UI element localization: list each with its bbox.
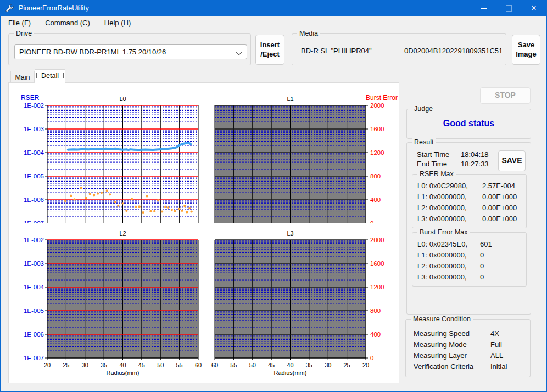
- judge-groupbox: Judge Good status: [406, 109, 531, 139]
- svg-text:1E-006: 1E-006: [24, 331, 44, 338]
- burst-dot: [89, 193, 91, 195]
- chart-L1: L1: [215, 96, 368, 223]
- menu-help-key: H: [124, 19, 129, 27]
- svg-text:L3: L3: [287, 230, 293, 237]
- svg-text:0: 0: [370, 220, 373, 223]
- svg-text:55: 55: [176, 362, 183, 368]
- menu-bar: File (F) Command (C) Help (H): [1, 16, 546, 30]
- drive-select[interactable]: PIONEER BD-RW BDR-PR1ML 1.75 20/10/26: [14, 44, 247, 59]
- rser-max-l3-value: 0.00E+000: [482, 215, 517, 223]
- burst-max-row-l3: L3: 0x0000000,0: [417, 273, 467, 281]
- menu-help-pre: Help (: [104, 19, 124, 27]
- burst-dot: [157, 199, 159, 201]
- svg-text:400: 400: [370, 331, 381, 338]
- burst-dot: [171, 209, 173, 211]
- svg-text:800: 800: [370, 307, 381, 314]
- burst-dot: [167, 206, 169, 209]
- app-window: PioneerErrorRateUtility × File (F) Comma…: [0, 0, 547, 392]
- burst-dot: [121, 202, 124, 204]
- svg-text:50: 50: [157, 362, 164, 368]
- measuring-speed-label: Measuring Speed: [414, 329, 470, 338]
- burst-dot: [183, 205, 186, 207]
- burst-max-l0-label: L0: 0x02345E0,: [417, 240, 467, 248]
- drive-groupbox: Drive PIONEER BD-RW BDR-PR1ML 1.75 20/10…: [8, 33, 251, 65]
- menu-command-key: C: [82, 19, 87, 27]
- svg-text:RSER: RSER: [21, 94, 40, 102]
- burst-max-row-l0: L0: 0x02345E0,601: [417, 240, 467, 248]
- tab-detail[interactable]: Detail: [35, 69, 65, 83]
- stop-button[interactable]: STOP: [480, 87, 531, 104]
- menu-file-pre: File (: [8, 19, 24, 27]
- svg-text:20: 20: [44, 362, 51, 368]
- burst-max-l1-value: 0: [480, 251, 484, 259]
- wrench-icon: [4, 3, 14, 13]
- verification-criteria-label: Verification Criteria: [414, 362, 473, 371]
- burst-max-row-l2: L2: 0x0000000,0: [417, 262, 467, 270]
- svg-text:25: 25: [344, 362, 350, 368]
- start-time-value: 18:04:18: [461, 150, 489, 159]
- menu-help[interactable]: Help (H): [98, 17, 137, 29]
- insert-eject-button[interactable]: Insert /Eject: [255, 35, 284, 65]
- burst-dot: [146, 195, 148, 197]
- end-time-label: End Time: [417, 160, 447, 168]
- minimize-button[interactable]: [471, 1, 496, 16]
- measuring-mode-label: Measuring Mode: [414, 340, 467, 349]
- svg-text:1E-006: 1E-006: [24, 197, 44, 203]
- burst-error-max-label: Burst Error Max: [417, 228, 470, 236]
- menu-command-pre: Command (: [45, 19, 82, 27]
- rser-max-l0-label: L0: 0x0C29080,: [417, 182, 468, 190]
- measuring-layer-row: Measuring LayerALL: [414, 351, 467, 360]
- burst-dot: [164, 206, 166, 208]
- burst-dot: [114, 201, 116, 203]
- burst-dot: [109, 193, 111, 195]
- tab-main[interactable]: Main: [10, 71, 35, 83]
- close-button[interactable]: ×: [521, 1, 546, 16]
- chart-L0: L0: [45, 96, 198, 223]
- svg-text:35: 35: [101, 362, 107, 368]
- charts-bottom-row: 202530354045505560Radius(mm)L26055504540…: [16, 225, 401, 379]
- minimize-icon: [481, 8, 487, 9]
- burst-dot: [174, 210, 176, 212]
- svg-text:1E-002: 1E-002: [24, 237, 44, 243]
- burst-dot: [181, 210, 183, 212]
- burst-dot: [106, 189, 108, 192]
- burst-max-l2-label: L2: 0x0000000,: [417, 262, 467, 270]
- svg-text:1E-004: 1E-004: [24, 284, 44, 290]
- rser-max-label: RSER Max: [417, 170, 456, 178]
- burst-dot: [101, 192, 103, 194]
- svg-text:Radius(mm): Radius(mm): [274, 369, 307, 376]
- measuring-layer-label: Measuring Layer: [414, 351, 467, 360]
- measuring-speed-row: Measuring Speed4X: [414, 329, 470, 338]
- svg-text:45: 45: [138, 362, 145, 368]
- maximize-button[interactable]: [496, 1, 521, 16]
- title-bar: PioneerErrorRateUtility ×: [1, 1, 546, 16]
- burst-dot: [73, 198, 75, 200]
- burst-max-l2-value: 0: [480, 262, 484, 270]
- svg-text:L1: L1: [287, 96, 293, 102]
- burst-dot: [97, 193, 99, 195]
- svg-text:1E-004: 1E-004: [24, 149, 44, 156]
- burst-dot: [135, 206, 137, 208]
- menu-file[interactable]: File (F): [2, 17, 37, 29]
- svg-text:35: 35: [306, 362, 312, 368]
- menu-command[interactable]: Command (C): [38, 17, 97, 29]
- svg-text:800: 800: [370, 173, 381, 180]
- svg-text:1E-007: 1E-007: [24, 355, 44, 361]
- burst-dot: [186, 211, 188, 213]
- burst-dot: [93, 194, 95, 196]
- menu-file-key: F: [24, 19, 29, 27]
- save-button[interactable]: SAVE: [498, 150, 526, 171]
- save-image-button[interactable]: Save Image: [512, 35, 540, 65]
- burst-dot: [138, 205, 141, 208]
- burst-dot: [85, 197, 87, 199]
- svg-text:1200: 1200: [370, 149, 384, 156]
- media-label: Media: [297, 30, 320, 37]
- svg-text:1E-003: 1E-003: [24, 260, 44, 267]
- svg-text:1E-005: 1E-005: [24, 307, 44, 314]
- svg-text:2000: 2000: [370, 102, 384, 109]
- burst-dot: [191, 210, 193, 212]
- burst-dot: [149, 210, 152, 212]
- svg-text:L2: L2: [119, 230, 126, 237]
- close-icon: ×: [531, 4, 536, 13]
- rser-max-groupbox: RSER Max L0: 0x0C29080,2.57E-004 L1: 0x0…: [412, 174, 527, 228]
